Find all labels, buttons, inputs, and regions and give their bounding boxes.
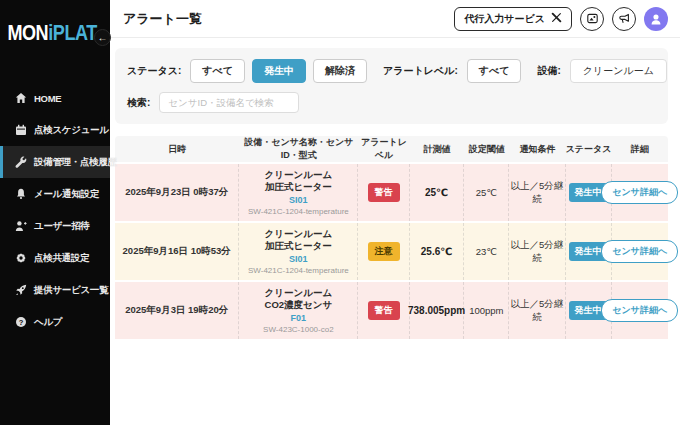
filter-panel: ステータス: すべて 発生中 解除済 アラートレベル: すべて 設備: クリーン… [115, 48, 668, 124]
topbar-actions: 代行入力サービス [454, 7, 668, 31]
column-header-detail: 詳細 [612, 143, 668, 156]
column-header-level: アラートレベル [358, 136, 409, 162]
svg-text:?: ? [19, 318, 24, 327]
sidebar-item-label: ヘルプ [34, 316, 62, 329]
table-row: 2025年9月3日 19時20分 クリーンルーム CO2濃度センサ F01 SW… [115, 282, 668, 339]
report-icon[interactable] [580, 7, 604, 31]
sidebar-collapse-button[interactable]: ← [94, 29, 111, 46]
sidebar-item-label: メール通知設定 [34, 188, 99, 201]
status-filter-active-button[interactable]: 発生中 [252, 59, 306, 83]
help-icon: ? [15, 316, 27, 328]
search-input[interactable] [159, 92, 299, 113]
column-header-sensor: 設備・センサ名称・センサID・型式 [239, 136, 358, 162]
sidebar-item-equipment-history[interactable]: 設備管理・点検履歴 [0, 146, 110, 178]
search-label: 検索: [127, 96, 150, 110]
sensor-detail-button[interactable]: センサ詳細へ [601, 240, 678, 263]
main-content: アラート一覧 代行入力サービス [110, 0, 680, 425]
column-header-measured: 計測値 [410, 143, 465, 156]
sidebar-item-label: 点検スケジュール [34, 124, 109, 137]
cell-detail: センサ詳細へ [612, 164, 668, 221]
table-header-row: 日時 設備・センサ名称・センサID・型式 アラートレベル 計測値 設定閾値 通知… [115, 136, 668, 162]
status-filter-label: ステータス: [127, 64, 181, 78]
user-plus-icon [15, 220, 27, 232]
arrow-left-icon: ← [98, 32, 108, 43]
equipment-name: クリーンルーム [265, 228, 333, 241]
sidebar-item-label: ユーザー招待 [34, 220, 90, 233]
user-avatar[interactable] [644, 7, 668, 31]
sidebar-nav: HOME 点検スケジュール 設備管理・点検履歴 メール通知設定 [0, 82, 110, 338]
topbar: アラート一覧 代行入力サービス [110, 0, 680, 38]
sidebar-item-label: 提供サービス一覧 [34, 284, 108, 297]
cell-sensor: クリーンルーム 加圧式ヒーター SI01 SW-421C-1204-temper… [239, 223, 358, 280]
column-header-datetime: 日時 [115, 143, 239, 156]
brand-logo[interactable]: MONiPLAT [0, 0, 90, 46]
alert-level-filter-label: アラートレベル: [383, 64, 458, 78]
pen-cross-icon [551, 12, 562, 25]
page-title: アラート一覧 [123, 10, 202, 28]
cell-threshold: 100ppm [464, 282, 509, 339]
cell-alert-level: 警告 [358, 282, 409, 339]
cell-alert-level: 警告 [358, 164, 409, 221]
sensor-name: CO2濃度センサ [265, 299, 333, 312]
equipment-name: クリーンルーム [265, 169, 333, 182]
table-row: 2025年9月16日 10時53分 クリーンルーム 加圧式ヒーター SI01 S… [115, 223, 668, 280]
sensor-detail-button[interactable]: センサ詳細へ [601, 181, 678, 204]
column-header-threshold: 設定閾値 [464, 143, 509, 156]
table-row: 2025年9月23日 0時37分 クリーンルーム 加圧式ヒーター SI01 SW… [115, 164, 668, 221]
alert-level-badge: 注意 [368, 242, 400, 261]
sensor-name: 加圧式ヒーター [265, 181, 332, 194]
sensor-model: SW-421C-1204-temperature [248, 265, 349, 276]
sensor-name: 加圧式ヒーター [265, 240, 332, 253]
logo-text-iplat: iPLAT [48, 20, 97, 45]
gear-icon [15, 252, 27, 264]
proxy-input-service-button[interactable]: 代行入力サービス [454, 7, 572, 31]
sidebar-item-label: 点検共通設定 [34, 252, 89, 265]
cell-threshold: 25℃ [464, 164, 509, 221]
calendar-icon [15, 124, 27, 136]
alert-level-badge: 警告 [368, 183, 400, 202]
sensor-id-link[interactable]: SI01 [289, 194, 308, 206]
app-window: MONiPLAT HOME 点検スケジュール 設備管理・点検履歴 [0, 0, 680, 425]
sidebar-item-mail-notification[interactable]: メール通知設定 [0, 178, 110, 210]
sensor-model: SW-421C-1204-temperature [248, 206, 349, 217]
equipment-filter-label: 設備: [537, 64, 560, 78]
sensor-id-link[interactable]: F01 [291, 312, 307, 324]
filter-row-1: ステータス: すべて 発生中 解除済 アラートレベル: すべて 設備: クリーン… [127, 59, 656, 83]
megaphone-icon[interactable] [612, 7, 636, 31]
wrench-icon [15, 156, 27, 168]
cell-detail: センサ詳細へ [612, 223, 668, 280]
home-icon [15, 92, 27, 104]
cell-measured: 738.005ppm [410, 282, 465, 339]
sidebar-item-label: HOME [34, 93, 61, 104]
cell-datetime: 2025年9月16日 10時53分 [115, 223, 239, 280]
sidebar-item-home[interactable]: HOME [0, 82, 110, 114]
status-filter-all-button[interactable]: すべて [190, 59, 245, 83]
alert-level-badge: 警告 [368, 301, 400, 320]
cell-datetime: 2025年9月3日 19時20分 [115, 282, 239, 339]
bell-icon [15, 188, 27, 200]
cell-measured: 25.6℃ [410, 223, 465, 280]
column-header-status: ステータス [566, 143, 612, 156]
cell-sensor: クリーンルーム CO2濃度センサ F01 SW-423C-1000-co2 [239, 282, 358, 339]
sensor-detail-button[interactable]: センサ詳細へ [601, 299, 678, 322]
alert-level-all-button[interactable]: すべて [467, 59, 522, 83]
cell-sensor: クリーンルーム 加圧式ヒーター SI01 SW-421C-1204-temper… [239, 164, 358, 221]
rocket-icon [15, 284, 27, 296]
cell-datetime: 2025年9月23日 0時37分 [115, 164, 239, 221]
status-filter-cleared-button[interactable]: 解除済 [313, 59, 367, 83]
cell-detail: センサ詳細へ [612, 282, 668, 339]
cell-condition: 以上／5分継続 [509, 164, 565, 221]
sensor-id-link[interactable]: SI01 [289, 253, 308, 265]
sidebar-item-user-invite[interactable]: ユーザー招待 [0, 210, 110, 242]
equipment-name: クリーンルーム [265, 287, 333, 300]
cell-condition: 以上／5分継続 [509, 223, 565, 280]
proxy-button-label: 代行入力サービス [464, 12, 545, 26]
sidebar-item-services-list[interactable]: 提供サービス一覧 [0, 274, 110, 306]
equipment-select[interactable]: クリーンルーム [570, 59, 667, 83]
sidebar-item-inspection-schedule[interactable]: 点検スケジュール [0, 114, 110, 146]
sidebar-item-help[interactable]: ? ヘルプ [0, 306, 110, 338]
sensor-model: SW-423C-1000-co2 [263, 324, 334, 335]
sidebar-item-common-settings[interactable]: 点検共通設定 [0, 242, 110, 274]
sidebar: MONiPLAT HOME 点検スケジュール 設備管理・点検履歴 [0, 0, 110, 425]
cell-threshold: 23℃ [464, 223, 509, 280]
